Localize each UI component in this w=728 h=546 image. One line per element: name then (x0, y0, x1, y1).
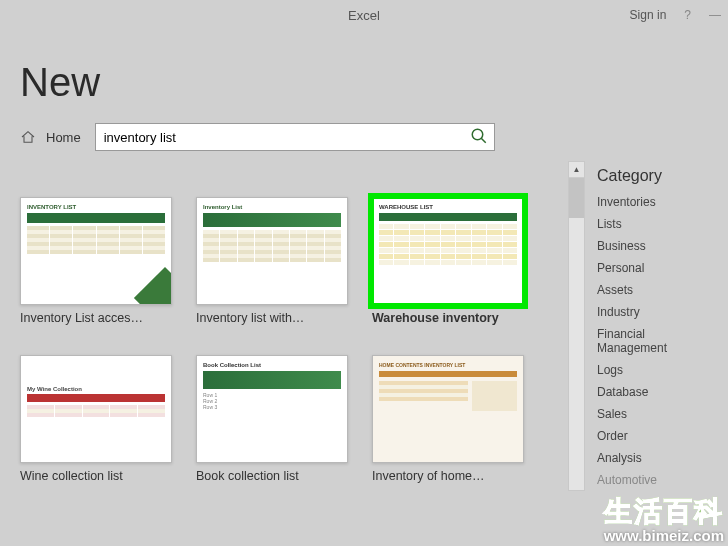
home-breadcrumb[interactable]: Home (46, 130, 81, 145)
template-label: Inventory of home… (372, 469, 524, 483)
category-item[interactable]: Logs (597, 359, 708, 381)
watermark-url: www.bimeiz.com (604, 527, 724, 544)
template-warehouse-inventory[interactable]: WAREHOUSE LIST Warehouse inventory (372, 197, 524, 325)
template-label: Inventory list with… (196, 311, 348, 325)
watermark-text: 生活百科 (604, 493, 724, 531)
watermark: 生活百科 www.bimeiz.com (604, 493, 724, 544)
category-item[interactable]: Industry (597, 301, 708, 323)
scrollbar-thumb[interactable] (569, 178, 584, 218)
template-label: Wine collection list (20, 469, 172, 483)
category-item[interactable]: Assets (597, 279, 708, 301)
category-item[interactable]: Inventories (597, 191, 708, 213)
help-button[interactable]: ? (684, 8, 691, 22)
home-icon[interactable] (20, 130, 36, 144)
breadcrumb: Home (20, 123, 708, 151)
svg-point-0 (472, 129, 483, 140)
app-title: Excel (348, 8, 380, 23)
template-results: INVENTORY LIST Inventory List acces… Inv… (20, 161, 560, 491)
category-item[interactable]: Lists (597, 213, 708, 235)
template-wine-collection-list[interactable]: My Wine Collection Wine collection list (20, 355, 172, 483)
category-item[interactable]: Business (597, 235, 708, 257)
category-item[interactable]: Financial Management (597, 323, 708, 359)
category-item[interactable]: Analysis (597, 447, 708, 469)
search-box[interactable] (95, 123, 495, 151)
template-label: Book collection list (196, 469, 348, 483)
minimize-button[interactable]: — (709, 8, 720, 22)
category-item[interactable]: Sales (597, 403, 708, 425)
category-sidebar: Category Inventories Lists Business Pers… (585, 161, 708, 491)
page-title: New (20, 60, 708, 105)
search-icon[interactable] (470, 127, 488, 148)
template-label: Warehouse inventory (372, 311, 524, 325)
svg-line-1 (481, 138, 486, 143)
search-input[interactable] (104, 130, 470, 145)
category-item[interactable]: Automotive (597, 469, 708, 491)
template-inventory-of-home[interactable]: HOME CONTENTS INVENTORY LIST Invento (372, 355, 524, 483)
category-item[interactable]: Database (597, 381, 708, 403)
title-bar: Excel Sign in ? — (0, 0, 728, 30)
category-item[interactable]: Personal (597, 257, 708, 279)
template-inventory-list-with[interactable]: Inventory List Inventory list with… (196, 197, 348, 325)
results-scrollbar[interactable]: ▲ (568, 161, 585, 491)
sign-in-link[interactable]: Sign in (630, 8, 667, 22)
category-item[interactable]: Order (597, 425, 708, 447)
template-badge-icon (134, 267, 172, 305)
sidebar-heading: Category (597, 167, 708, 185)
template-label: Inventory List acces… (20, 311, 172, 325)
template-inventory-list-access[interactable]: INVENTORY LIST Inventory List acces… (20, 197, 172, 325)
template-book-collection-list[interactable]: Book Collection List Row 1 Row 2 Row 3 B… (196, 355, 348, 483)
scroll-up-icon[interactable]: ▲ (569, 162, 584, 178)
